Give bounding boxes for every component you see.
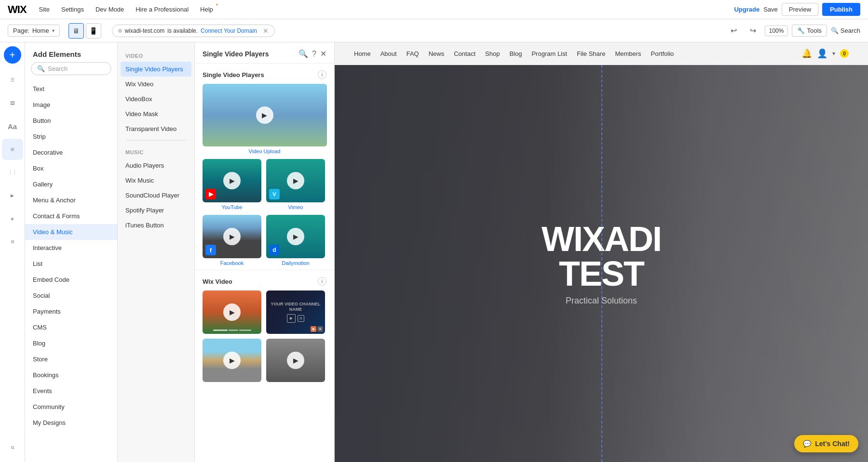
section-header-single-video: Single Video Players i: [203, 70, 326, 79]
sub-wix-music[interactable]: Wix Music: [118, 173, 194, 188]
nav-link-home[interactable]: Home: [354, 50, 371, 57]
sub-single-video-players[interactable]: Single Video Players: [121, 62, 191, 77]
upgrade-button[interactable]: Upgrade: [734, 6, 760, 13]
undo-button[interactable]: ↩: [726, 23, 742, 39]
nav-link-contact[interactable]: Contact: [454, 50, 475, 57]
nav-link-members[interactable]: Members: [615, 50, 641, 57]
element-image[interactable]: Image: [25, 97, 117, 113]
nav-link-file-share[interactable]: File Share: [577, 50, 605, 57]
element-menu-anchor[interactable]: Menu & Anchor: [25, 192, 117, 208]
element-list[interactable]: List: [25, 256, 117, 272]
element-events[interactable]: Events: [25, 383, 117, 399]
publish-button[interactable]: Publish: [822, 3, 860, 16]
sidebar-item-add-elements[interactable]: ⊞: [2, 139, 23, 160]
element-strip[interactable]: Strip: [25, 129, 117, 145]
nav-devmode[interactable]: Dev Mode: [93, 4, 127, 15]
nav-settings[interactable]: Settings: [58, 4, 87, 15]
zoom-display[interactable]: 100%: [765, 26, 788, 36]
widget-youtube[interactable]: ▶ ▶ YouTube: [203, 159, 261, 210]
desktop-view-button[interactable]: 🖥: [68, 23, 84, 39]
widget-wix-video-2[interactable]: YOUR VIDEO CHANNEL NAME ▶ ⊞ ▶ ⊞: [266, 290, 325, 334]
nav-link-portfolio[interactable]: Portfolio: [651, 50, 674, 57]
element-payments[interactable]: Payments: [25, 304, 117, 319]
nav-link-news[interactable]: News: [429, 50, 445, 57]
element-social[interactable]: Social: [25, 288, 117, 304]
sub-videobox[interactable]: VideoBox: [118, 92, 194, 106]
redo-button[interactable]: ↪: [746, 23, 761, 39]
nav-link-shop[interactable]: Shop: [485, 50, 500, 57]
element-button[interactable]: Button: [25, 113, 117, 129]
sidebar-item-settings-sidebar[interactable]: ⚙: [2, 231, 23, 252]
element-blog[interactable]: Blog: [25, 335, 117, 351]
preview-button[interactable]: Preview: [782, 3, 818, 16]
page-selector[interactable]: Page: Home ▾: [8, 25, 60, 37]
add-element-circle-button[interactable]: +: [4, 46, 21, 64]
element-bookings[interactable]: Bookings: [25, 367, 117, 383]
elements-search-input[interactable]: 🔍 Search: [31, 62, 111, 75]
nav-help[interactable]: Help: [197, 4, 216, 15]
widget-dailymotion[interactable]: ▶ d Dailymotion: [266, 215, 325, 266]
element-box[interactable]: Box: [25, 160, 117, 176]
widget-wix-video-4[interactable]: ▶: [266, 339, 325, 382]
sub-spotify[interactable]: Spotify Player: [118, 203, 194, 218]
widget-search-button[interactable]: 🔍: [298, 49, 308, 58]
domain-status-dot: [118, 29, 122, 33]
nav-hire[interactable]: Hire a Professional: [133, 4, 191, 15]
notification-icon[interactable]: 🔔: [801, 48, 812, 59]
sidebar-item-backgrounds[interactable]: 🖼: [2, 92, 23, 114]
connect-domain-link[interactable]: Connect Your Domain: [201, 27, 257, 34]
widget-help-button[interactable]: ?: [312, 50, 316, 58]
element-text[interactable]: Text: [25, 81, 117, 97]
widget-facebook[interactable]: ▶ f Facebook: [203, 215, 261, 266]
info-icon-wix-video[interactable]: i: [318, 277, 326, 286]
nav-link-program-list[interactable]: Program List: [531, 50, 567, 57]
site-preview: Home About FAQ News Contact Shop Blog Pr…: [335, 42, 868, 462]
save-button[interactable]: Save: [763, 6, 778, 13]
sub-wix-video[interactable]: Wix Video: [118, 77, 194, 92]
nav-site[interactable]: Site: [36, 4, 53, 15]
sidebar-item-media[interactable]: ▶: [2, 185, 23, 206]
wix-video-row1: ▶ YOUR VIDEO CHANNEL NAME ▶: [203, 290, 326, 334]
element-community[interactable]: Community: [25, 399, 117, 415]
element-decorative[interactable]: Decorative: [25, 145, 117, 160]
element-store[interactable]: Store: [25, 351, 117, 367]
sub-audio-players[interactable]: Audio Players: [118, 158, 194, 173]
widget-vimeo[interactable]: ▶ V Vimeo: [266, 159, 325, 210]
widget-thumb-dailymotion: ▶ d: [266, 215, 325, 258]
element-contact-forms[interactable]: Contact & Forms: [25, 208, 117, 224]
element-embed-code[interactable]: Embed Code: [25, 272, 117, 288]
sub-itunes[interactable]: iTunes Button: [118, 218, 194, 233]
sub-video-mask[interactable]: Video Mask: [118, 106, 194, 121]
widget-wix-video-3[interactable]: ▶: [203, 339, 261, 382]
widget-panel: Single Video Players 🔍 ? ✕ Single Video …: [195, 42, 335, 462]
element-interactive[interactable]: Interactive: [25, 240, 117, 256]
user-icon[interactable]: 👤: [817, 48, 827, 59]
widget-close-button[interactable]: ✕: [320, 49, 326, 58]
element-gallery[interactable]: Gallery: [25, 176, 117, 192]
element-cms[interactable]: CMS: [25, 319, 117, 335]
nav-link-blog[interactable]: Blog: [509, 50, 522, 57]
info-icon-single-video[interactable]: i: [318, 70, 326, 79]
widget-wix-video-1[interactable]: ▶: [203, 290, 261, 334]
sub-transparent-video[interactable]: Transparent Video: [118, 121, 194, 136]
sidebar-item-cms[interactable]: ◈: [2, 208, 23, 229]
sidebar-item-apps[interactable]: ⋮⋮: [2, 162, 23, 183]
wix-video-section: Wix Video i ▶: [195, 270, 334, 386]
mobile-view-button[interactable]: 📱: [86, 23, 101, 39]
chat-widget[interactable]: 💬 Let's Chat!: [794, 435, 858, 452]
nav-link-faq[interactable]: FAQ: [407, 50, 419, 57]
sidebar-item-layers[interactable]: ⧉: [2, 437, 23, 458]
element-video-music[interactable]: Video & Music: [25, 224, 117, 240]
widget-video-upload[interactable]: ▶ Video Upload: [203, 84, 326, 154]
sidebar-item-text[interactable]: Aa: [2, 116, 23, 137]
facebook-dailymotion-row: ▶ f Facebook ▶ d Dailymotion: [203, 215, 326, 266]
tools-button[interactable]: 🔧 Tools: [792, 25, 827, 37]
cart-badge[interactable]: 0: [840, 49, 849, 58]
sub-soundcloud[interactable]: SoundCloud Player: [118, 188, 194, 203]
domain-banner-close[interactable]: ✕: [263, 27, 269, 35]
sidebar-item-pages[interactable]: ☰: [2, 69, 23, 91]
nav-link-about[interactable]: About: [380, 50, 397, 57]
search-button[interactable]: 🔍 Search: [831, 27, 860, 34]
element-my-designs[interactable]: My Designs: [25, 415, 117, 431]
main-layout: + ☰ 🖼 Aa ⊞ ⋮⋮ ▶ ◈ ⚙ ⧉ Add Elements: [0, 42, 868, 462]
